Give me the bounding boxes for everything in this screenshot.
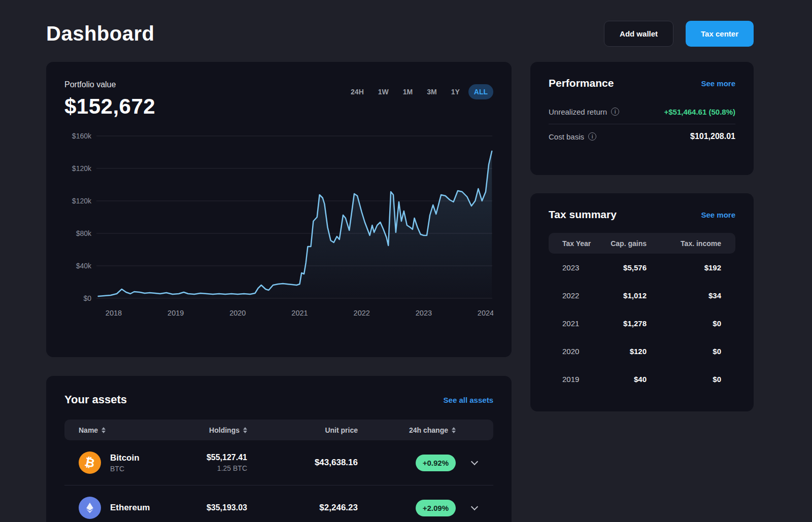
performance-header: Performance See more — [549, 77, 735, 89]
tax-col-tax-year: Tax Year — [549, 239, 597, 248]
asset-holdings-cell: $55,127.411.25 BTC — [191, 453, 247, 472]
tax-income-value: $0 — [647, 347, 735, 356]
asset-symbol: BTC — [110, 465, 140, 473]
svg-text:$0: $0 — [83, 294, 91, 302]
tax-see-more-link[interactable]: See more — [701, 211, 735, 219]
bitcoin-icon: ₿ — [79, 451, 101, 474]
assets-col-name[interactable]: Name — [64, 426, 191, 434]
asset-expand-cell — [456, 506, 493, 509]
asset-holdings-cell: $35,193.03 — [191, 503, 247, 512]
tax-income-value: $34 — [647, 291, 735, 300]
portfolio-value: $152,672 — [64, 94, 155, 119]
cap-gains-value: $5,576 — [597, 263, 647, 272]
tax-row-2022: 2022$1,012$34 — [549, 282, 735, 309]
chevron-down-icon[interactable] — [471, 503, 478, 510]
bitcoin-glyph: ₿ — [84, 455, 96, 470]
range-tab-1w[interactable]: 1W — [373, 84, 394, 99]
assets-card: Your assets See all assets NameHoldingsU… — [46, 376, 512, 522]
asset-name: Ethereum — [110, 502, 150, 513]
info-icon[interactable]: i — [611, 108, 619, 116]
tax-summary-title: Tax summary — [549, 208, 617, 221]
range-tab-3m[interactable]: 3M — [421, 84, 442, 99]
portfolio-header: Portfolio value $152,672 24H1W1M3M1YALL — [64, 80, 493, 119]
asset-name-text: Ethereum — [110, 502, 150, 513]
sort-icon — [101, 427, 106, 433]
assets-col-holdings[interactable]: Holdings — [191, 426, 247, 434]
unrealized-return-label-group: Unrealized return i — [549, 108, 619, 116]
performance-card: Performance See more Unrealized return i… — [530, 62, 754, 175]
header-actions: Add wallet Tax center — [604, 21, 754, 47]
svg-text:2022: 2022 — [354, 309, 370, 317]
unrealized-return-value: +$51,464.61 (50.8%) — [664, 108, 735, 116]
range-tab-1m[interactable]: 1M — [397, 84, 418, 99]
cap-gains-value: $1,278 — [597, 319, 647, 328]
add-wallet-button[interactable]: Add wallet — [604, 21, 673, 47]
asset-holdings-value: $55,127.41 — [191, 453, 247, 462]
performance-see-more-link[interactable]: See more — [701, 79, 735, 88]
portfolio-chart: $160k$120k$120k$80k$40k$0201820192020202… — [64, 130, 493, 322]
portfolio-value-label: Portfolio value — [64, 80, 155, 89]
tax-income-value: $192 — [647, 263, 735, 272]
tax-row-2021: 2021$1,278$0 — [549, 309, 735, 337]
svg-text:$120k: $120k — [72, 164, 92, 172]
assets-col-unit-price: Unit price — [247, 426, 358, 434]
tax-income-value: $0 — [647, 319, 735, 328]
tax-year: 2021 — [549, 319, 597, 328]
asset-name-cell: ₿BitcoinBTC — [64, 451, 191, 474]
asset-change-cell: +0.92% — [358, 455, 456, 471]
asset-name: Bitcoin — [110, 453, 140, 463]
tax-summary-card: Tax summary See more Tax YearCap. gainsT… — [530, 193, 754, 411]
cost-basis-label-group: Cost basis i — [549, 132, 596, 141]
tax-year: 2022 — [549, 291, 597, 300]
assets-col-label: Holdings — [209, 426, 240, 434]
svg-text:$40k: $40k — [76, 262, 92, 270]
info-icon[interactable]: i — [588, 132, 596, 141]
assets-table-header: NameHoldingsUnit price24h change — [64, 420, 493, 440]
svg-text:2019: 2019 — [167, 309, 184, 317]
see-all-assets-link[interactable]: See all assets — [444, 396, 493, 404]
chevron-down-icon[interactable] — [471, 458, 478, 465]
sort-icon — [452, 427, 456, 433]
assets-title: Your assets — [64, 393, 127, 406]
asset-row-ethereum[interactable]: Ethereum$35,193.03$2,246.23+2.09% — [64, 485, 493, 522]
tax-row-2023: 2023$5,576$192 — [549, 254, 735, 282]
tax-center-button[interactable]: Tax center — [686, 21, 754, 47]
svg-text:2018: 2018 — [106, 309, 122, 317]
unrealized-return-row: Unrealized return i +$51,464.61 (50.8%) — [549, 99, 735, 124]
tax-summary-header: Tax summary See more — [549, 208, 735, 221]
tax-table-header: Tax YearCap. gainsTax. income — [549, 233, 735, 254]
tax-col-cap-gains: Cap. gains — [597, 239, 647, 248]
range-tab-24h[interactable]: 24H — [345, 84, 369, 99]
range-tab-1y[interactable]: 1Y — [446, 84, 465, 99]
portfolio-value-block: Portfolio value $152,672 — [64, 80, 155, 119]
change-badge: +0.92% — [416, 455, 456, 471]
ethereum-icon — [79, 497, 101, 519]
asset-unit-price: $43,638.16 — [247, 458, 358, 468]
cap-gains-value: $40 — [597, 375, 647, 384]
svg-text:2021: 2021 — [291, 309, 308, 317]
tax-col-tax-income: Tax. income — [647, 239, 735, 248]
asset-expand-cell — [456, 461, 493, 464]
assets-col-label: Name — [79, 426, 98, 434]
asset-change-cell: +2.09% — [358, 500, 456, 516]
portfolio-card: Portfolio value $152,672 24H1W1M3M1YALL … — [46, 62, 512, 357]
assets-table-body: ₿BitcoinBTC$55,127.411.25 BTC$43,638.16+… — [64, 440, 493, 522]
asset-holdings-amount: 1.25 BTC — [191, 464, 247, 472]
page-title: Dashboard — [46, 22, 154, 45]
asset-row-bitcoin[interactable]: ₿BitcoinBTC$55,127.411.25 BTC$43,638.16+… — [64, 440, 493, 485]
assets-header: Your assets See all assets — [64, 393, 493, 406]
main-content: Portfolio value $152,672 24H1W1M3M1YALL … — [46, 62, 754, 522]
cost-basis-row: Cost basis i $101,208.01 — [549, 124, 735, 149]
performance-rows: Unrealized return i +$51,464.61 (50.8%) … — [549, 99, 735, 149]
tax-row-2020: 2020$120$0 — [549, 337, 735, 365]
tax-table-body: 2023$5,576$1922022$1,012$342021$1,278$02… — [549, 254, 735, 393]
tax-year: 2019 — [549, 375, 597, 384]
svg-text:$160k: $160k — [72, 132, 92, 140]
assets-col-label: 24h change — [409, 426, 448, 434]
cap-gains-value: $1,012 — [597, 291, 647, 300]
range-tab-all[interactable]: ALL — [468, 84, 493, 99]
portfolio-chart-svg: $160k$120k$120k$80k$40k$0201820192020202… — [64, 130, 493, 320]
asset-holdings-value: $35,193.03 — [191, 503, 247, 512]
svg-text:2020: 2020 — [229, 309, 246, 317]
assets-col-24h-change[interactable]: 24h change — [358, 426, 456, 434]
